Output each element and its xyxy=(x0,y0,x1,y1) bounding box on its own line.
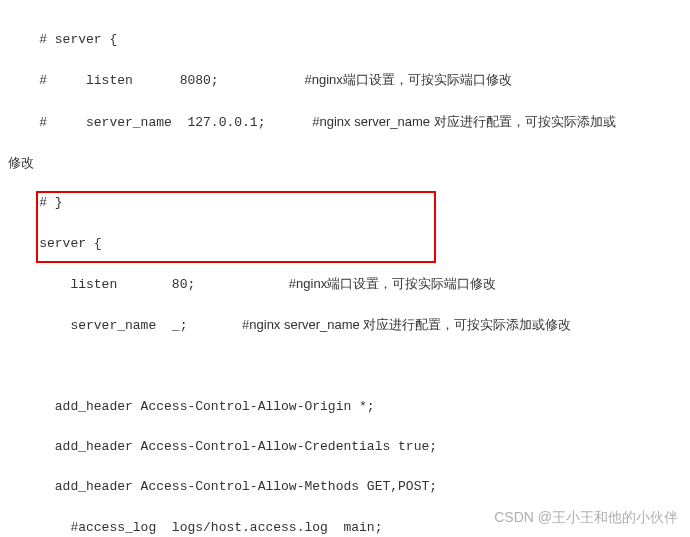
code-line: #access_log logs/host.access.log main; xyxy=(8,518,690,537)
code-line: # listen 8080; #nginx端口设置，可按实际端口修改 xyxy=(8,70,690,91)
code-block: # server { # listen 8080; #nginx端口设置，可按实… xyxy=(8,10,690,537)
code-line: 修改 xyxy=(8,153,690,173)
code-line-highlighted: add_header Access-Control-Allow-Origin *… xyxy=(8,397,690,417)
code-line: listen 80; #nginx端口设置，可按实际端口修改 xyxy=(8,274,690,295)
code-line: server { xyxy=(8,234,690,254)
code-line: server_name _; #nginx server_name 对应进行配置… xyxy=(8,315,690,336)
code-line: # server_name 127.0.0.1; #nginx server_n… xyxy=(8,112,690,133)
code-line-highlighted: add_header Access-Control-Allow-Methods … xyxy=(8,477,690,497)
code-line: # } xyxy=(8,193,690,213)
code-line-highlighted: add_header Access-Control-Allow-Credenti… xyxy=(8,437,690,457)
code-line: # server { xyxy=(8,30,690,50)
